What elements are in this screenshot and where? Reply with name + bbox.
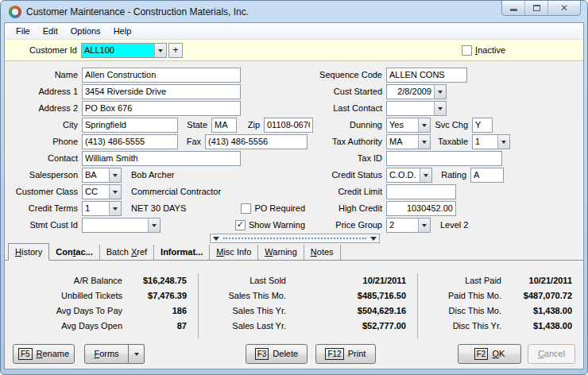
- titlebar[interactable]: Customer Maintenance - Construction Mate…: [4, 1, 584, 22]
- history-stats-panel: A/R Balance$16,248.75 Unbilled Tickets$7…: [5, 261, 583, 338]
- name-label: Name: [5, 70, 82, 79]
- price-group-name: Level 2: [440, 220, 468, 230]
- credit-status-label: Credit Status: [316, 170, 386, 180]
- delete-button[interactable]: F3 Delete: [246, 344, 308, 364]
- chevron-down-icon[interactable]: [434, 102, 446, 115]
- stat-disc-this-yr: Disc This Yr.$1,438.00: [418, 319, 583, 332]
- chevron-down-icon[interactable]: [497, 135, 509, 149]
- tab-history[interactable]: History: [8, 243, 49, 261]
- chevron-down-icon[interactable]: [109, 185, 121, 199]
- tab-notes[interactable]: Notes: [304, 245, 341, 260]
- stat-disc-this-mo: Disc This Mo.$1,438.00: [418, 303, 583, 317]
- cust-started-combobox[interactable]: 2/8/2009: [386, 84, 447, 99]
- menu-options[interactable]: Options: [64, 25, 107, 37]
- stats-paid-column: Last Paid10/21/2011 Paid This Mo.$487,07…: [417, 273, 583, 338]
- inactive-checkbox[interactable]: [462, 45, 472, 56]
- stats-balance-column: A/R Balance$16,248.75 Unbilled Tickets$7…: [5, 273, 198, 338]
- stmt-cust-id-label: Stmt Cust Id: [5, 220, 82, 230]
- taxable-combobox[interactable]: 1: [472, 134, 510, 149]
- customer-id-combobox[interactable]: ALL100: [81, 43, 167, 58]
- close-button[interactable]: ✕: [548, 0, 580, 15]
- chevron-down-icon[interactable]: [418, 118, 430, 132]
- chevron-down-icon[interactable]: [148, 218, 160, 232]
- stat-last-paid: Last Paid10/21/2011: [418, 273, 583, 287]
- forms-dropdown-button[interactable]: [129, 344, 145, 364]
- tab-warning[interactable]: Warning: [258, 245, 304, 260]
- po-required-label: PO Required: [254, 203, 305, 213]
- credit-terms-name: NET 30 DAYS: [131, 203, 186, 213]
- chevron-down-icon[interactable]: [418, 135, 430, 149]
- fax-input[interactable]: [205, 134, 308, 149]
- chevron-down-icon[interactable]: [109, 168, 121, 182]
- credit-limit-label: Credit Limit: [316, 187, 386, 196]
- tab-batch-xref[interactable]: Batch Xref: [100, 245, 154, 260]
- city-input[interactable]: [82, 118, 178, 133]
- cancel-button[interactable]: Cancel: [528, 344, 575, 364]
- tax-authority-combobox[interactable]: MA: [386, 134, 431, 149]
- minimize-icon: [510, 9, 517, 11]
- credit-status-combobox[interactable]: C.O.D.: [386, 168, 432, 183]
- tab-information[interactable]: Informat...: [154, 245, 210, 260]
- tax-id-input[interactable]: [386, 151, 502, 166]
- add-customer-button[interactable]: +: [168, 43, 183, 58]
- price-group-label: Price Group: [316, 220, 386, 230]
- tab-misc-info[interactable]: Misc Info: [210, 245, 258, 260]
- high-credit-label: High Credit: [316, 203, 386, 213]
- rename-button[interactable]: F5 Rename: [13, 344, 75, 364]
- customer-class-label: Customer Class: [5, 187, 82, 196]
- credit-terms-combobox[interactable]: 1: [82, 201, 122, 216]
- collapse-arrow-icon[interactable]: [370, 237, 377, 244]
- customer-class-name: Commercial Contractor: [131, 187, 221, 196]
- address1-label: Address 1: [5, 87, 82, 96]
- tab-contacts[interactable]: Contac...: [49, 245, 99, 260]
- customer-id-value: ALL100: [82, 44, 154, 57]
- inactive-checkbox-group[interactable]: Inactive: [462, 45, 505, 56]
- rating-input[interactable]: [470, 168, 504, 183]
- state-input[interactable]: [211, 118, 237, 133]
- chevron-down-icon[interactable]: [434, 85, 446, 99]
- sequence-code-input[interactable]: [386, 68, 467, 83]
- chevron-down-icon[interactable]: [418, 218, 430, 232]
- chevron-down-icon[interactable]: [420, 168, 431, 182]
- menu-file[interactable]: File: [10, 25, 37, 37]
- restore-icon: [533, 5, 540, 11]
- name-input[interactable]: [82, 68, 241, 83]
- print-button[interactable]: F12 Print: [315, 344, 376, 364]
- po-required-checkbox-group[interactable]: PO Required: [241, 203, 305, 214]
- contact-input[interactable]: [82, 151, 241, 166]
- ok-button[interactable]: F2 OK: [458, 344, 521, 364]
- phone-input[interactable]: [82, 134, 178, 149]
- chevron-down-icon: [134, 353, 139, 358]
- chevron-down-icon[interactable]: [109, 202, 121, 215]
- show-warning-checkbox-group[interactable]: ✓ Show Warning: [235, 220, 305, 230]
- address1-input[interactable]: [82, 84, 241, 99]
- collapse-arrow-icon[interactable]: [213, 237, 219, 244]
- address2-input[interactable]: [82, 101, 241, 116]
- price-group-combobox[interactable]: 2: [386, 218, 431, 233]
- address2-label: Address 2: [5, 103, 82, 113]
- window-title: Customer Maintenance - Construction Mate…: [26, 6, 249, 17]
- tax-id-label: Tax ID: [316, 153, 386, 163]
- tab-strip: History Contac... Batch Xref Informat...…: [5, 243, 583, 261]
- zip-input[interactable]: [264, 118, 313, 133]
- po-required-checkbox[interactable]: [241, 203, 251, 214]
- minimize-button[interactable]: [502, 0, 525, 15]
- dunning-combobox[interactable]: Yes: [386, 118, 431, 133]
- menu-help[interactable]: Help: [107, 25, 138, 37]
- collapse-splitter[interactable]: [210, 234, 380, 243]
- inactive-label: Inactive: [475, 45, 505, 55]
- salesperson-combobox[interactable]: BA: [82, 168, 122, 183]
- svc-chg-input[interactable]: [472, 118, 493, 133]
- restore-button[interactable]: [525, 0, 548, 15]
- stmt-cust-id-combobox[interactable]: [82, 218, 161, 233]
- credit-limit-input[interactable]: [386, 184, 456, 199]
- salesperson-label: Salesperson: [5, 170, 82, 180]
- high-credit-input[interactable]: [386, 201, 456, 216]
- menu-edit[interactable]: Edit: [37, 25, 64, 37]
- customer-class-combobox[interactable]: CC: [82, 184, 122, 199]
- chevron-down-icon[interactable]: [154, 44, 166, 57]
- f5-keycap: F5: [18, 348, 33, 360]
- show-warning-checkbox[interactable]: ✓: [235, 220, 246, 230]
- forms-button[interactable]: Forms: [84, 344, 129, 364]
- last-contact-combobox[interactable]: [386, 101, 447, 116]
